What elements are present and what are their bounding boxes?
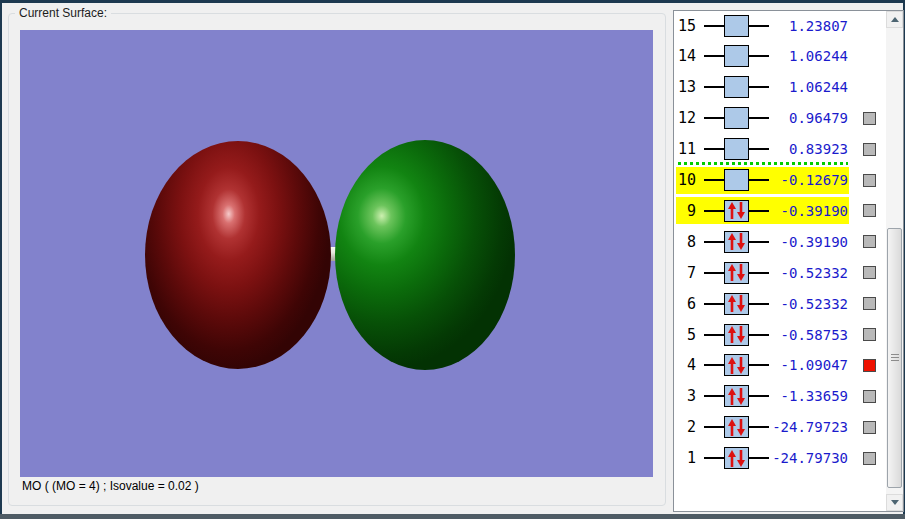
orbital-level-box-icon[interactable] [724, 45, 749, 67]
mo-lobe-negative [145, 141, 331, 369]
level-line-left [704, 55, 724, 57]
mo-row-12[interactable]: 12 0.96479 [676, 105, 849, 132]
mo-row-13[interactable]: 13 1.06244 [676, 74, 849, 101]
orbital-level-box-icon[interactable] [724, 169, 749, 191]
orbital-level-box-icon[interactable] [724, 447, 749, 469]
mo-row-8[interactable]: 8 -0.39190 [676, 228, 849, 255]
mo-row-wrap: 1 -24.79730 [674, 445, 884, 472]
orbital-level-box-icon[interactable] [724, 107, 749, 129]
scroll-down-button[interactable] [886, 494, 903, 511]
level-line-left [704, 179, 724, 181]
orbital-level-box-icon[interactable] [724, 231, 749, 253]
mo-checkbox[interactable] [863, 204, 876, 217]
level-line-left [704, 241, 724, 243]
mo-checkbox[interactable] [863, 390, 876, 403]
mo-number: 12 [676, 109, 696, 127]
mo-energy-value: -0.58753 [769, 327, 849, 343]
mo-row-10[interactable]: 10 -0.12679 [676, 167, 849, 194]
window-border-bottom [0, 514, 905, 519]
level-line-left [704, 395, 724, 397]
mo-checkbox[interactable] [863, 143, 876, 156]
mo-number: 3 [676, 387, 696, 405]
mo-energy-value: -0.39190 [769, 234, 849, 250]
window-border-top [0, 0, 905, 3]
scroll-up-button[interactable] [886, 11, 903, 28]
mo-energy-value: 1.06244 [769, 48, 849, 64]
level-line-right [749, 86, 769, 88]
mo-checkbox[interactable] [863, 174, 876, 187]
mo-checkbox[interactable] [863, 452, 876, 465]
mo-checkbox[interactable] [863, 297, 876, 310]
mo-row-9[interactable]: 9 -0.39190 [676, 197, 849, 224]
mo-checkbox[interactable] [863, 235, 876, 248]
window-border-left [0, 0, 2, 519]
orbital-level-box-icon[interactable] [724, 262, 749, 284]
orbital-level-box-icon[interactable] [724, 293, 749, 315]
mo-energy-value: 1.23807 [769, 18, 849, 34]
mo-number: 5 [676, 326, 696, 344]
mo-row-15[interactable]: 15 1.23807 [676, 12, 849, 39]
mo-row-5[interactable]: 5 -0.58753 [676, 321, 849, 348]
mo-checkbox[interactable] [863, 421, 876, 434]
electron-arrows-icon [726, 449, 747, 468]
mo-surface-window: Current Surface: MO ( (MO = 4) ; Isovalu… [0, 0, 905, 519]
mo-row-wrap: 10 -0.12679 [674, 167, 884, 194]
mo-energy-value: -1.33659 [769, 388, 849, 404]
mo-checkbox[interactable] [863, 359, 876, 372]
mo-row-wrap: 3 -1.33659 [674, 383, 884, 410]
molecule-viewport[interactable] [20, 30, 653, 477]
orbital-level-box-icon[interactable] [724, 200, 749, 222]
orbital-level-box-icon[interactable] [724, 76, 749, 98]
level-line-right [749, 55, 769, 57]
mo-row-11[interactable]: 11 0.83923 [676, 136, 849, 163]
orbital-level-box-icon[interactable] [724, 138, 749, 160]
mo-checkbox[interactable] [863, 266, 876, 279]
electron-arrows-icon [726, 418, 747, 437]
mo-row-wrap: 6 -0.52332 [674, 290, 884, 317]
scrollbar-thumb[interactable] [887, 228, 902, 488]
mo-row-6[interactable]: 6 -0.52332 [676, 290, 849, 317]
mo-number: 13 [676, 78, 696, 96]
level-line-left [704, 334, 724, 336]
mo-row-4[interactable]: 4 -1.09047 [676, 352, 849, 379]
mo-row-1[interactable]: 1 -24.79730 [676, 445, 849, 472]
level-line-left [704, 25, 724, 27]
mo-checkbox[interactable] [863, 112, 876, 125]
mo-row-wrap: 11 0.83923 [674, 136, 884, 163]
orbital-level-box-icon[interactable] [724, 15, 749, 37]
level-line-left [704, 272, 724, 274]
level-line-left [704, 210, 724, 212]
mo-number: 15 [676, 17, 696, 35]
mo-number: 14 [676, 47, 696, 65]
mo-number: 7 [676, 264, 696, 282]
mo-list-scrollbar[interactable] [886, 11, 903, 511]
triangle-down-icon [891, 500, 899, 505]
level-line-left [704, 303, 724, 305]
mo-row-wrap: 14 1.06244 [674, 43, 884, 70]
orbital-level-box-icon[interactable] [724, 416, 749, 438]
orbital-level-box-icon[interactable] [724, 324, 749, 346]
occupied-virtual-separator [678, 162, 848, 165]
level-line-left [704, 117, 724, 119]
level-line-right [749, 25, 769, 27]
level-line-left [704, 426, 724, 428]
mo-row-3[interactable]: 3 -1.33659 [676, 383, 849, 410]
mo-energy-value: 0.96479 [769, 110, 849, 126]
mo-energy-value: -24.79730 [769, 450, 849, 466]
mo-row-wrap: 12 0.96479 [674, 105, 884, 132]
level-line-right [749, 241, 769, 243]
mo-row-2[interactable]: 2 -24.79723 [676, 414, 849, 441]
electron-arrows-icon [726, 356, 747, 375]
mo-number: 4 [676, 356, 696, 374]
mo-number: 9 [676, 202, 696, 220]
surface-description: MO ( (MO = 4) ; Isovalue = 0.02 ) [22, 479, 199, 493]
level-line-left [704, 457, 724, 459]
level-line-right [749, 179, 769, 181]
mo-row-14[interactable]: 14 1.06244 [676, 43, 849, 70]
level-line-right [749, 334, 769, 336]
orbital-level-box-icon[interactable] [724, 354, 749, 376]
orbital-level-box-icon[interactable] [724, 385, 749, 407]
mo-checkbox[interactable] [863, 328, 876, 341]
mo-energy-value: 0.83923 [769, 141, 849, 157]
mo-row-7[interactable]: 7 -0.52332 [676, 259, 849, 286]
